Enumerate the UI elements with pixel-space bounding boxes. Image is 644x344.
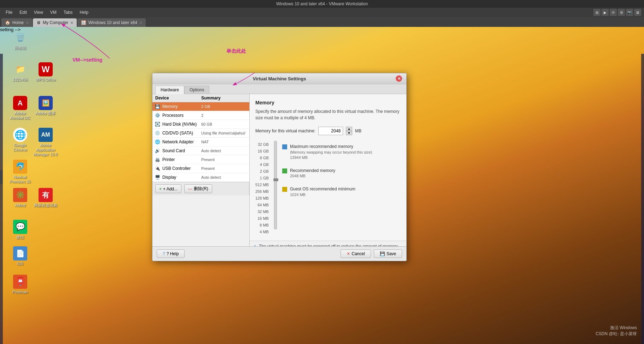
harddisk-device-name: Hard Disk (NVMe) (162, 122, 201, 127)
desktop: 🗑️ 回收站 📁 1321456 W WPS Office A Adobe Ac… (0, 27, 644, 344)
mem-label-4mb: 4 MB (260, 228, 269, 235)
device-row-cddvd[interactable]: 💿 CD/DVD (SATA) Using file /home/caijiah… (152, 129, 249, 138)
desktop-icon-aam[interactable]: AM Adobe Application Manager 10.0 (33, 128, 58, 157)
device-row-printer[interactable]: 🖨️ Printer Present (152, 155, 249, 164)
tab-mycomputer-close[interactable]: ✕ (70, 21, 73, 25)
menu-view[interactable]: View (31, 9, 46, 16)
legend-max-sub: (Memory swapping may occur beyond this s… (290, 150, 372, 161)
usb-device-summary: Present (201, 166, 247, 171)
memory-device-summary: 2 GB (201, 104, 247, 109)
harddisk-device-summary: 60 GB (201, 122, 247, 126)
cancel-button[interactable]: ✕ Cancel (341, 250, 371, 258)
network-device-summary: NAT (201, 140, 247, 144)
left-taskbar-button[interactable] (0, 170, 3, 184)
add-button-label: + Add... (163, 187, 178, 191)
tab-options[interactable]: Options (184, 86, 209, 94)
chrome-icon: 🌐 (13, 128, 27, 142)
tab-home[interactable]: 🏠 Home ✕ (1, 18, 32, 27)
desktop-icon-youdao[interactable]: 有 网易有道词典 (33, 188, 58, 208)
save-button[interactable]: 💾 Save (374, 250, 402, 258)
right-taskbar (641, 54, 644, 344)
add-device-button[interactable]: + + Add... (155, 184, 181, 193)
tab-hardware[interactable]: Hardware (155, 86, 184, 94)
menu-edit[interactable]: Edit (17, 9, 30, 16)
device-row-processors[interactable]: ⚙️ Processors 2 (152, 111, 249, 120)
desktop-icon-525[interactable]: 📄 525 (8, 246, 33, 266)
col-summary-header: Summary (201, 96, 221, 101)
menu-help[interactable]: Help (77, 9, 91, 16)
memory-device-name: Memory (162, 104, 201, 109)
memory-device-icon: 💾 (155, 104, 160, 109)
device-row-harddisk[interactable]: 💽 Hard Disk (NVMe) 60 GB (152, 120, 249, 129)
tab-win10-close[interactable]: ✕ (139, 21, 142, 25)
desktop-icon-folder[interactable]: 📁 1321456 (8, 62, 33, 82)
folder-icon: 📁 (13, 62, 27, 76)
display-device-icon: 🖥️ (155, 174, 160, 180)
legend-recommended-text: Recommended memory 2048 MB (290, 168, 335, 179)
menu-file[interactable]: File (3, 9, 15, 16)
remove-device-button[interactable]: — 删除(R) (184, 184, 212, 193)
device-row-memory[interactable]: 💾 Memory 2 GB (152, 102, 249, 111)
aam-label: Adobe Application Manager 10.0 (33, 143, 58, 157)
recycle-label: 回收站 (14, 46, 26, 50)
memory-slider-track[interactable] (274, 141, 277, 229)
device-list-header: Device Summary (152, 94, 249, 102)
menu-tabs[interactable]: Tabs (61, 9, 75, 16)
toolbar-icon-5[interactable]: 📷 (626, 9, 633, 16)
device-row-soundcard[interactable]: 🔊 Sound Card Auto detect (152, 147, 249, 155)
memory-input-row: Memory for this virtual machine: ▲ ▼ MB (255, 127, 401, 135)
postman-label: Postman (12, 290, 28, 294)
desktop-icon-wechat[interactable]: 💬 微信 (8, 220, 33, 240)
menu-vm[interactable]: VM (47, 9, 59, 16)
tab-win10[interactable]: 🪟 Windows 10 and later x64 ✕ (77, 18, 146, 27)
help-label: ? Help (167, 251, 179, 256)
network-device-name: Network Adapter (162, 139, 201, 144)
toolbar-icon-3[interactable]: ⟳ (610, 9, 617, 16)
dialog-body: Device Summary 💾 Memory 2 GB ⚙️ Processo… (152, 94, 406, 246)
tab-home-icon: 🏠 (5, 20, 10, 25)
xmind-label: XMind (14, 203, 25, 208)
dialog-title-bar: Virtual Machine Settings ✕ (152, 73, 406, 84)
mem-label-32gb: 32 GB (258, 141, 269, 148)
cancel-label: Cancel (352, 251, 365, 256)
desktop-icon-acrobat[interactable]: A Adobe Acrobat DC (8, 96, 33, 120)
memory-increment-button[interactable]: ▲ (346, 127, 352, 131)
legend-max-label: Maximum recommended memory (290, 144, 372, 150)
tab-mycomputer-label: My Computer (43, 20, 68, 25)
help-button[interactable]: ? ? Help (157, 250, 185, 258)
memory-slider-thumb[interactable] (273, 178, 278, 181)
legend-guest-min-color (282, 187, 287, 192)
memory-title: Memory (255, 100, 401, 105)
folder-label: 1321456 (13, 78, 28, 82)
desktop-icon-chrome[interactable]: 🌐 Google Chrome (8, 128, 33, 152)
desktop-icon-wps[interactable]: W WPS Office (33, 62, 58, 82)
watermark-line2: CSDN @吐- 是小菜呀 (596, 331, 637, 337)
desktop-icon-navicat[interactable]: 🐬 Navicat Premium 15 (8, 160, 33, 184)
desktop-icon-xmind[interactable]: ✳️ XMind (8, 188, 33, 208)
desktop-icon-recycle[interactable]: 🗑️ 回收站 (8, 30, 33, 50)
tab-bar: 🏠 Home ✕ 🖥 My Computer ✕ 🪟 Windows 10 an… (0, 17, 644, 27)
dialog-close-button[interactable]: ✕ (396, 75, 402, 82)
memory-decrement-button[interactable]: ▼ (346, 131, 352, 135)
tab-home-close[interactable]: ✕ (26, 21, 29, 25)
printer-device-icon: 🖨️ (155, 157, 160, 162)
toolbar-icon-2[interactable]: ▶ (602, 9, 609, 16)
memory-value-input[interactable] (318, 127, 343, 135)
mem-label-16gb: 16 GB (258, 148, 269, 154)
desktop-icon-postman[interactable]: 📮 Postman (8, 275, 33, 294)
device-row-network[interactable]: 🌐 Network Adapter NAT (152, 138, 249, 147)
desktop-icon-adobe-lib[interactable]: 🖼️ Adobe 图库 (33, 96, 58, 116)
memory-slider-container (273, 141, 278, 235)
legend-guest-min-label: Guest OS recommended minimum (290, 186, 355, 192)
device-row-display[interactable]: 🖥️ Display Auto detect (152, 173, 249, 182)
toolbar-icon-6[interactable]: 🖥 (634, 9, 641, 16)
memory-legend: Maximum recommended memory (Memory swapp… (282, 144, 372, 235)
toolbar-icon-1[interactable]: ⊞ (593, 9, 601, 16)
navicat-label: Navicat Premium 15 (8, 175, 33, 184)
watermark-line1: 激活 Windows (596, 325, 637, 331)
tab-mycomputer[interactable]: 🖥 My Computer ✕ (33, 18, 77, 27)
mem-label-8gb: 8 GB (260, 154, 269, 161)
device-row-usb[interactable]: 🔌 USB Controller Present (152, 164, 249, 173)
tab-win10-label: Windows 10 and later x64 (88, 20, 137, 25)
toolbar-icon-4[interactable]: ⚙ (618, 9, 625, 16)
